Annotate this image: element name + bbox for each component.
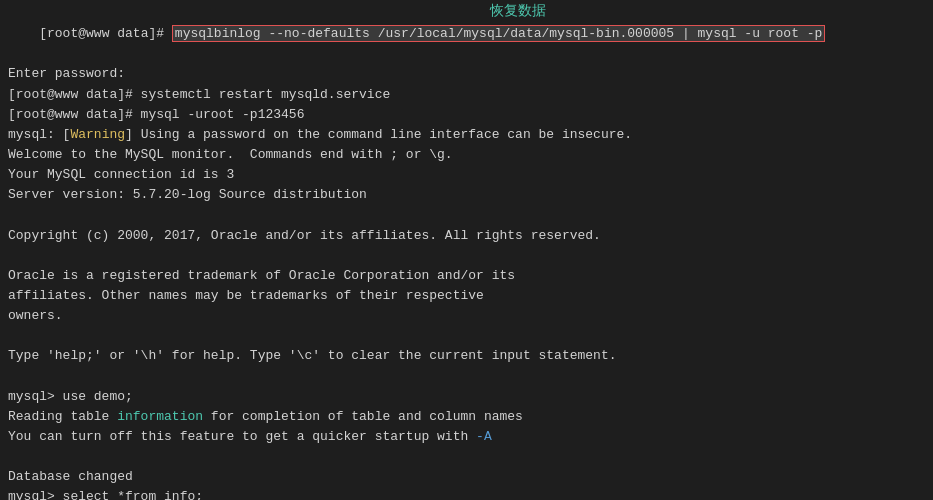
line-16: You can turn off this feature to get a q… [8,427,925,447]
prompt-1: [root@www data]# [39,26,172,41]
line-blank-5 [8,447,925,467]
line-4: [root@www data]# mysql -uroot -p123456 [8,105,925,125]
line-blank-1 [8,205,925,225]
line-blank-2 [8,246,925,266]
line-11: affiliates. Other names may be trademark… [8,286,925,306]
line-13: Type 'help;' or '\h' for help. Type '\c'… [8,346,925,366]
line-1: [root@www data]# mysqlbinlog --no-defaul… [8,4,925,64]
line-3: [root@www data]# systemctl restart mysql… [8,85,925,105]
line-blank-4 [8,367,925,387]
line-9: Copyright (c) 2000, 2017, Oracle and/or … [8,226,925,246]
line-14: mysql> use demo; [8,387,925,407]
line-7: Your MySQL connection id is 3 [8,165,925,185]
line-18: mysql> select *from info; [8,487,925,500]
line-15: Reading table information for completion… [8,407,925,427]
terminal: [root@www data]# mysqlbinlog --no-defaul… [0,0,933,500]
line-2: Enter password: [8,64,925,84]
line-8: Server version: 5.7.20-log Source distri… [8,185,925,205]
line-12: owners. [8,306,925,326]
cmd-highlighted: mysqlbinlog --no-defaults /usr/local/mys… [172,25,826,42]
annotation-huifu: 恢复数据 [490,2,546,20]
line-5: mysql: [Warning] Using a password on the… [8,125,925,145]
line-6: Welcome to the MySQL monitor. Commands e… [8,145,925,165]
line-blank-3 [8,326,925,346]
line-17: Database changed [8,467,925,487]
line-10: Oracle is a registered trademark of Orac… [8,266,925,286]
